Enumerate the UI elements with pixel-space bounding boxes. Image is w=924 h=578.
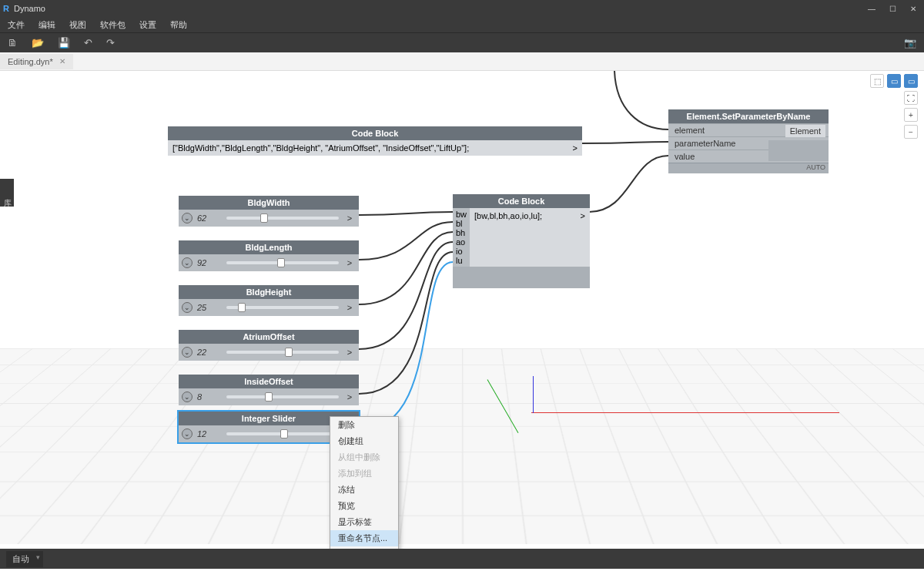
geometry-view-icon[interactable]: ⬚ bbox=[870, 74, 884, 88]
context-menu: 删除创建组从组中删除添加到组冻结预览显示标签重命名节点...是输入为输出帮助..… bbox=[330, 416, 399, 549]
redo-icon[interactable]: ↷ bbox=[106, 37, 115, 49]
code-text: ["BldgWidth","BldgLength","BldgHeight", … bbox=[172, 143, 469, 153]
tab-label: Editing.dyn* bbox=[8, 57, 53, 66]
expand-icon[interactable]: ⌄ bbox=[182, 428, 192, 439]
library-tab[interactable]: 库 bbox=[0, 179, 14, 207]
node-title: BldgLength bbox=[179, 240, 359, 254]
expand-icon[interactable]: ⌄ bbox=[182, 347, 192, 358]
context-item[interactable]: 是输入 bbox=[330, 546, 398, 549]
new-icon[interactable]: 🗎 bbox=[8, 37, 18, 49]
slider-value: 25 bbox=[197, 303, 222, 312]
menu-view[interactable]: 视图 bbox=[69, 19, 86, 31]
slider-thumb[interactable] bbox=[280, 429, 288, 439]
context-item[interactable]: 显示标签 bbox=[330, 514, 398, 530]
undo-icon[interactable]: ↶ bbox=[84, 37, 92, 49]
context-item[interactable]: 预览 bbox=[330, 498, 398, 514]
fit-view-icon[interactable]: ⛶ bbox=[904, 91, 918, 105]
minimize-button[interactable]: — bbox=[868, 5, 875, 13]
input-port[interactable]: io bbox=[456, 247, 467, 256]
screenshot-icon[interactable]: 📷 bbox=[904, 37, 916, 49]
node-title: BldgWidth bbox=[179, 196, 359, 210]
axis-z bbox=[533, 376, 534, 413]
node-codeblock-list[interactable]: Code Block bw bl bh ao io lu [bw,bl,bh,a… bbox=[453, 194, 590, 288]
context-item[interactable]: 创建组 bbox=[330, 433, 398, 449]
input-port[interactable]: lu bbox=[456, 256, 467, 265]
slider-value: 22 bbox=[197, 348, 222, 357]
output-port[interactable]: > bbox=[573, 143, 578, 153]
save-icon[interactable]: 💾 bbox=[58, 37, 70, 49]
combined-view-icon[interactable]: ▭ bbox=[904, 74, 918, 88]
status-bar: 自动 bbox=[0, 549, 924, 569]
node-title: BldgHeight bbox=[179, 285, 359, 299]
input-port[interactable]: bw bbox=[456, 210, 467, 219]
axis-x bbox=[531, 412, 839, 413]
slider-track[interactable] bbox=[226, 351, 339, 354]
view-controls: ⬚ ▭ ▭ ⛶ + − bbox=[870, 74, 918, 139]
context-item: 从组中删除 bbox=[330, 449, 398, 465]
slider-track[interactable] bbox=[226, 432, 339, 435]
node-title: Code Block bbox=[453, 194, 590, 208]
code-body[interactable]: ["BldgWidth","BldgLength","BldgHeight", … bbox=[168, 140, 582, 156]
output-port[interactable]: > bbox=[343, 213, 356, 223]
menu-help[interactable]: 帮助 bbox=[170, 19, 187, 31]
slider-thumb[interactable] bbox=[238, 303, 246, 312]
slider-value: 12 bbox=[197, 429, 222, 439]
zoom-in-icon[interactable]: + bbox=[904, 108, 918, 122]
run-mode-dropdown[interactable]: 自动 bbox=[6, 551, 43, 567]
window-controls: — ☐ ✕ bbox=[868, 5, 921, 13]
viewport-grid bbox=[0, 348, 924, 544]
slider-thumb[interactable] bbox=[260, 213, 268, 223]
lacing-label: AUTO bbox=[668, 163, 829, 173]
tab-close-icon[interactable]: ✕ bbox=[59, 57, 65, 66]
graph-canvas[interactable]: 库 ⬚ ▭ ▭ ⛶ + − Code Block ["BldgWidth","B… bbox=[0, 71, 924, 549]
node-title: Element.SetParameterByName bbox=[668, 109, 829, 123]
expand-icon[interactable]: ⌄ bbox=[182, 302, 192, 313]
title-bar: R Dynamo — ☐ ✕ bbox=[0, 0, 924, 17]
node-slider-bldglength[interactable]: BldgLength⌄92> bbox=[179, 240, 359, 271]
node-slider-bldgwidth[interactable]: BldgWidth⌄62> bbox=[179, 196, 359, 227]
slider-thumb[interactable] bbox=[265, 392, 273, 402]
document-tab[interactable]: Editing.dyn* ✕ bbox=[0, 54, 73, 69]
tab-bar: Editing.dyn* ✕ bbox=[0, 52, 924, 71]
menu-edit[interactable]: 编辑 bbox=[38, 19, 55, 31]
menu-packages[interactable]: 软件包 bbox=[100, 19, 126, 31]
node-codeblock-params[interactable]: Code Block ["BldgWidth","BldgLength","Bl… bbox=[168, 126, 582, 156]
expand-icon[interactable]: ⌄ bbox=[182, 213, 192, 223]
node-set-parameter[interactable]: Element.SetParameterByName element› para… bbox=[668, 109, 829, 173]
output-port[interactable]: > bbox=[581, 211, 585, 220]
zoom-out-icon[interactable]: − bbox=[904, 125, 918, 139]
slider-track[interactable] bbox=[226, 395, 339, 398]
node-title: InsideOffset bbox=[179, 375, 359, 388]
output-port[interactable]: Element bbox=[785, 125, 825, 137]
context-item[interactable]: 重命名节点... bbox=[330, 530, 398, 546]
slider-thumb[interactable] bbox=[277, 258, 285, 267]
slider-thumb[interactable] bbox=[285, 348, 293, 357]
context-item[interactable]: 删除 bbox=[330, 417, 398, 433]
menu-settings[interactable]: 设置 bbox=[139, 19, 156, 31]
output-port[interactable]: > bbox=[343, 392, 356, 402]
output-port[interactable]: > bbox=[343, 303, 356, 312]
slider-track[interactable] bbox=[226, 261, 339, 264]
menu-file[interactable]: 文件 bbox=[8, 19, 25, 31]
output-port[interactable]: > bbox=[343, 258, 356, 267]
node-slider-atriumoffset[interactable]: AtriumOffset⌄22> bbox=[179, 330, 359, 361]
expand-icon[interactable]: ⌄ bbox=[182, 257, 192, 268]
open-icon[interactable]: 📂 bbox=[32, 37, 44, 49]
close-button[interactable]: ✕ bbox=[910, 5, 916, 13]
input-port[interactable]: bh bbox=[456, 228, 467, 237]
slider-track[interactable] bbox=[226, 306, 339, 309]
graph-view-icon[interactable]: ▭ bbox=[887, 74, 901, 88]
tool-bar: 🗎 📂 💾 ↶ ↷ 📷 bbox=[0, 32, 924, 52]
node-title: Code Block bbox=[168, 126, 582, 140]
output-port[interactable]: > bbox=[343, 348, 356, 357]
context-item[interactable]: 冻结 bbox=[330, 482, 398, 498]
node-slider-insideoffset[interactable]: InsideOffset⌄8> bbox=[179, 375, 359, 405]
expand-icon[interactable]: ⌄ bbox=[182, 391, 192, 402]
menu-bar: 文件 编辑 视图 软件包 设置 帮助 bbox=[0, 17, 924, 32]
input-port[interactable]: ao bbox=[456, 237, 467, 247]
node-slider-bldgheight[interactable]: BldgHeight⌄25> bbox=[179, 285, 359, 316]
maximize-button[interactable]: ☐ bbox=[889, 5, 896, 13]
slider-track[interactable] bbox=[226, 217, 339, 220]
input-port[interactable]: bl bbox=[456, 219, 467, 228]
context-item: 添加到组 bbox=[330, 465, 398, 482]
